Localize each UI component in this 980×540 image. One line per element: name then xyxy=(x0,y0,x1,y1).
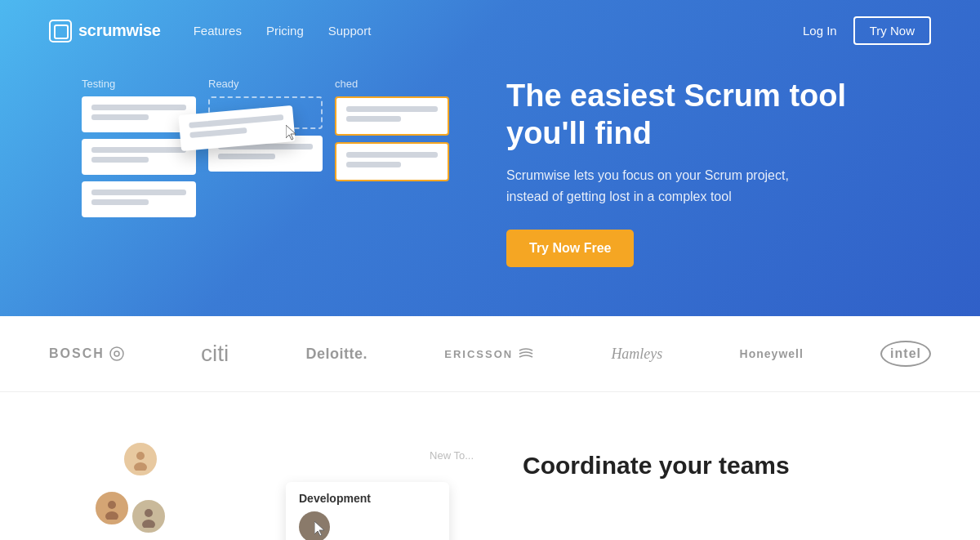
cursor2-icon xyxy=(314,521,327,539)
bosch-icon xyxy=(109,346,124,361)
try-now-button[interactable]: Try Now xyxy=(853,16,931,45)
hero-text: The easiest Scrum toolyou'll find Scrumw… xyxy=(474,78,931,267)
svg-point-4 xyxy=(108,501,116,509)
svg-point-7 xyxy=(142,520,155,528)
avatar xyxy=(131,498,167,534)
hero-section: scrumwise Features Pricing Support Log I… xyxy=(0,0,980,316)
col1-label: Testing xyxy=(82,78,196,90)
nav-left: scrumwise Features Pricing Support xyxy=(49,20,371,42)
col2-label: Ready xyxy=(208,78,323,90)
ericsson-icon xyxy=(518,347,534,360)
svg-point-6 xyxy=(145,509,153,517)
bosch-logo: BOSCH xyxy=(49,346,124,361)
svg-point-1 xyxy=(114,351,119,356)
nav-support[interactable]: Support xyxy=(328,24,372,38)
new-tag: New To... xyxy=(430,449,474,462)
svg-point-0 xyxy=(110,347,123,360)
hamleys-logo: Hamleys xyxy=(611,346,662,363)
card-orange xyxy=(335,96,449,136)
section2: Development New To... Coordinate your te… xyxy=(0,392,980,540)
deloitte-logo: Deloitte. xyxy=(305,346,368,363)
cursor-icon xyxy=(286,125,299,143)
nav-pricing[interactable]: Pricing xyxy=(266,24,304,38)
intel-logo: intel xyxy=(880,341,931,367)
col3-label: ched xyxy=(335,78,449,90)
hero-subtitle: Scrumwise lets you focus on your Scrum p… xyxy=(506,165,931,207)
dev-card: Development xyxy=(286,482,449,540)
avatar xyxy=(94,490,130,526)
section2-text: Coordinate your teams xyxy=(523,433,931,481)
card xyxy=(82,181,196,217)
avatar xyxy=(122,441,158,477)
card xyxy=(82,139,196,175)
nav-links: Features Pricing Support xyxy=(194,24,372,38)
section2-title: Coordinate your teams xyxy=(523,449,931,481)
cta-button[interactable]: Try Now Free xyxy=(506,230,634,267)
svg-point-2 xyxy=(136,452,145,460)
navigation: scrumwise Features Pricing Support Log I… xyxy=(49,0,931,61)
citi-logo: citi xyxy=(201,341,229,367)
nav-right: Log In Try Now xyxy=(803,16,931,45)
nav-features[interactable]: Features xyxy=(194,24,242,38)
logos-strip: BOSCH citi Deloitte. ERICSSON Hamleys Ho… xyxy=(0,316,980,392)
login-link[interactable]: Log In xyxy=(803,24,837,38)
board-mockup: Testing xyxy=(49,78,474,257)
logo-icon xyxy=(49,20,72,42)
svg-point-3 xyxy=(134,462,147,471)
ericsson-logo: ERICSSON xyxy=(444,347,534,360)
card-orange xyxy=(335,142,449,181)
logo-text: scrumwise xyxy=(78,21,161,40)
hero-title: The easiest Scrum toolyou'll find xyxy=(506,78,931,152)
dev-card-title: Development xyxy=(299,492,436,505)
hero-content: Testing xyxy=(49,78,931,267)
svg-point-5 xyxy=(105,511,118,520)
section2-illustration: Development New To... xyxy=(49,433,474,540)
col3: ched xyxy=(335,78,449,188)
logo[interactable]: scrumwise xyxy=(49,20,161,42)
honeywell-logo: Honeywell xyxy=(740,347,804,360)
